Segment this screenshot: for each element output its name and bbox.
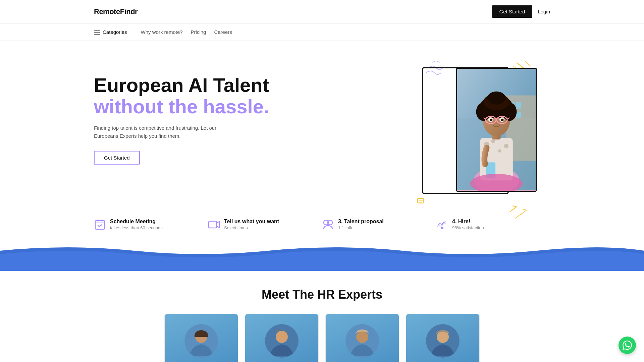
hamburger-icon <box>94 30 100 35</box>
expert-avatar-3 <box>326 314 399 362</box>
svg-point-41 <box>441 227 443 229</box>
expert-avatar-4 <box>406 314 479 362</box>
step-2-title: Tell us what you want <box>224 219 279 225</box>
step-4-content: 4. Hire! 98% satisfaction <box>452 219 484 230</box>
expert-avatar-circle-4 <box>426 324 460 358</box>
hero-subtitle: Finding top talent is competitive and fr… <box>94 124 221 140</box>
header-get-started-button[interactable]: Get Started <box>492 5 533 18</box>
step-3-content: 3. Talent proposal 1:1 talk <box>338 219 384 230</box>
step-4-desc: 98% satisfaction <box>452 225 484 230</box>
hero-text: European AI Talent without the hassle. F… <box>94 61 288 165</box>
step-2-icon <box>208 219 220 231</box>
step-3-title: 3. Talent proposal <box>338 219 384 225</box>
step-4-icon <box>436 219 448 231</box>
whatsapp-icon <box>623 341 632 350</box>
step-2-content: Tell us what you want Select times <box>224 219 279 230</box>
svg-rect-38 <box>209 221 217 228</box>
svg-point-29 <box>490 119 493 121</box>
step-1-icon <box>94 219 106 231</box>
step-1: Schedule Meeting takes less than 60 seco… <box>94 219 208 231</box>
whatsapp-button[interactable] <box>619 337 636 354</box>
nav-item-pricing[interactable]: Pricing <box>191 29 206 35</box>
expert-card-2 <box>245 314 319 362</box>
svg-point-21 <box>487 92 506 105</box>
nav: Categories Why work remote? Pricing Care… <box>0 23 644 41</box>
expert-avatar-circle-3 <box>345 324 379 358</box>
step-1-title: Schedule Meeting <box>110 219 163 225</box>
svg-point-30 <box>501 119 504 121</box>
hero-photo-frame <box>456 68 537 192</box>
step-3-icon <box>322 219 334 231</box>
nav-link-why-work-remote[interactable]: Why work remote? <box>141 29 183 35</box>
expert-card-3 <box>325 314 399 362</box>
svg-rect-0 <box>418 198 424 203</box>
svg-point-13 <box>504 144 508 148</box>
step-3-desc: 1:1 talk <box>338 225 384 230</box>
expert-avatar-1 <box>165 314 238 362</box>
nav-links: Why work remote? Pricing Careers <box>141 29 232 35</box>
hero-get-started-button[interactable]: Get Started <box>94 151 140 165</box>
step-4: 4. Hire! 98% satisfaction <box>436 219 550 231</box>
experts-grid <box>67 314 577 362</box>
svg-rect-34 <box>95 221 105 229</box>
hero-title-line2: without the hassle. <box>94 96 288 117</box>
expert-avatar-circle-2 <box>265 324 299 358</box>
step-1-desc: takes less than 60 seconds <box>110 225 163 230</box>
svg-point-12 <box>491 139 495 143</box>
nav-item-why-work-remote[interactable]: Why work remote? <box>141 29 183 35</box>
expert-avatar-2 <box>245 314 318 362</box>
expert-avatar-circle-1 <box>184 324 218 358</box>
logo: RemoteFindr <box>94 7 138 16</box>
step-1-content: Schedule Meeting takes less than 60 seco… <box>110 219 163 230</box>
svg-rect-6 <box>516 102 521 109</box>
wave-divider <box>0 244 644 271</box>
hero-image-container <box>443 58 550 192</box>
svg-point-47 <box>356 331 368 343</box>
hero-title-line1: European AI Talent <box>94 74 288 96</box>
svg-point-45 <box>276 331 288 343</box>
step-3: 3. Talent proposal 1:1 talk <box>322 219 436 231</box>
svg-point-14 <box>498 149 501 153</box>
step-2-desc: Select times <box>224 225 279 230</box>
expert-card-1 <box>164 314 238 362</box>
svg-rect-8 <box>516 112 521 118</box>
hero-section: European AI Talent without the hassle. F… <box>0 41 644 208</box>
step-4-title: 4. Hire! <box>452 219 484 225</box>
hero-person-photo <box>457 69 536 191</box>
expert-card-4 <box>406 314 480 362</box>
header-actions: Get Started Login <box>492 5 550 18</box>
hr-section-title: Meet The HR Experts <box>67 288 577 302</box>
categories-label: Categories <box>103 29 127 35</box>
step-2: Tell us what you want Select times <box>208 219 322 231</box>
header: RemoteFindr Get Started Login <box>0 0 644 23</box>
header-login-button[interactable]: Login <box>538 9 550 14</box>
nav-link-careers[interactable]: Careers <box>214 29 232 35</box>
nav-item-careers[interactable]: Careers <box>214 29 232 35</box>
nav-categories[interactable]: Categories <box>94 29 134 35</box>
steps-bar: Schedule Meeting takes less than 60 seco… <box>0 208 644 241</box>
hr-section: Meet The HR Experts <box>0 271 644 362</box>
nav-link-pricing[interactable]: Pricing <box>191 29 206 35</box>
